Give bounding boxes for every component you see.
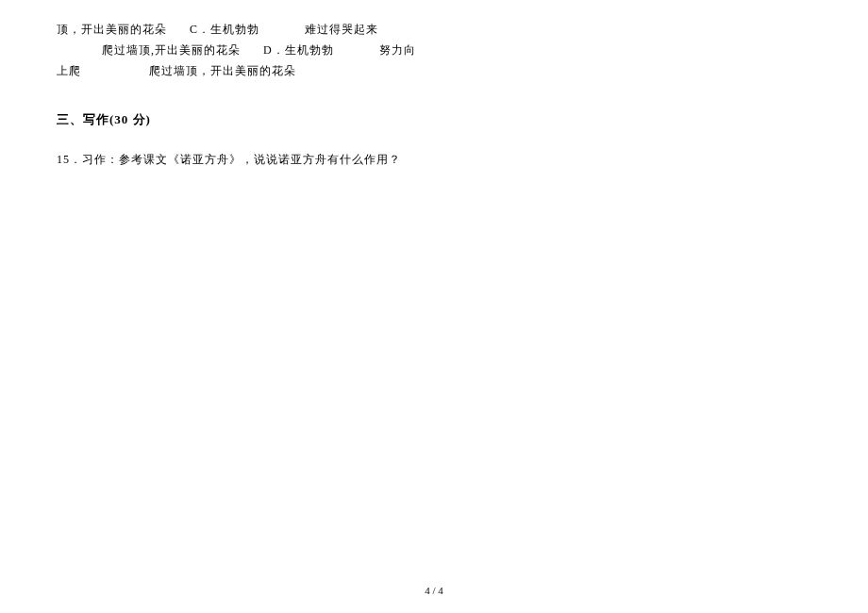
page-number: 4 / 4: [0, 585, 868, 596]
option-d: D．生机勃勃: [263, 43, 334, 57]
text-fragment: 爬过墙顶，开出美丽的花朵: [149, 64, 296, 77]
section-header-writing: 三、写作(30 分): [57, 111, 811, 128]
text-fragment: 上爬: [57, 64, 81, 77]
text-fragment: 顶，开出美丽的花朵: [57, 23, 167, 36]
continuation-line-1: 顶，开出美丽的花朵C．生机勃勃难过得哭起来: [57, 19, 811, 40]
section-title: 三、写作(30 分): [57, 112, 151, 126]
question-15: 15．习作：参考课文《诺亚方舟》，说说诺亚方舟有什么作用？: [57, 149, 811, 170]
text-fragment: 难过得哭起来: [305, 23, 378, 36]
question-text: 习作：参考课文《诺亚方舟》，说说诺亚方舟有什么作用？: [82, 153, 401, 166]
text-fragment: 努力向: [379, 43, 416, 57]
page-number-text: 4 / 4: [425, 585, 443, 596]
text-fragment: 爬过墙顶,开出美丽的花朵: [102, 43, 241, 57]
page-content: 顶，开出美丽的花朵C．生机勃勃难过得哭起来 爬过墙顶,开出美丽的花朵D．生机勃勃…: [0, 0, 868, 170]
option-c: C．生机勃勃: [190, 23, 259, 36]
continuation-line-2: 爬过墙顶,开出美丽的花朵D．生机勃勃努力向: [57, 40, 811, 60]
question-number: 15．: [57, 153, 82, 166]
continuation-line-3: 上爬爬过墙顶，开出美丽的花朵: [57, 60, 811, 81]
